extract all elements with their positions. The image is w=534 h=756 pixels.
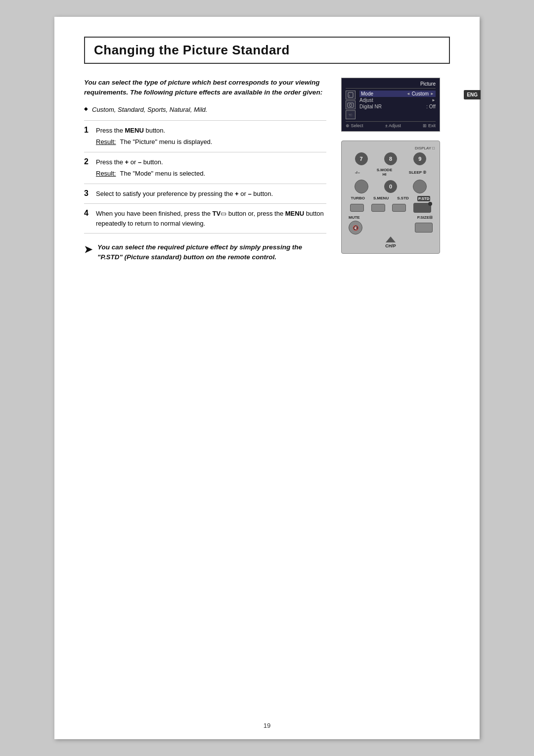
function-buttons-row: [347, 203, 435, 213]
osd-menu-row-mode: Mode ◄ Custom ►: [359, 91, 436, 97]
result-label: Result:: [96, 137, 116, 147]
left-circle-btn[interactable]: [355, 180, 368, 193]
camera-icon: [346, 100, 356, 109]
osd-menu-row-adjust: Adjust ►: [359, 97, 436, 103]
smode-label: S.MODEHI: [377, 168, 393, 177]
svg-text:☜: ☜: [348, 112, 353, 118]
page: ENG Changing the Picture Standard You ca…: [54, 17, 480, 739]
turbo-label: TURBO: [351, 196, 365, 201]
page-number: 19: [264, 722, 270, 729]
button-9[interactable]: 9: [413, 152, 426, 165]
number-labels-row: -/-- S.MODEHI SLEEP ②: [347, 168, 435, 177]
svg-point-3: [350, 104, 352, 106]
svg-rect-2: [348, 103, 354, 107]
right-column: Picture ♪: [341, 78, 450, 263]
note-box: ➤ You can select the required picture ef…: [84, 242, 326, 263]
turbo-btn[interactable]: [350, 204, 364, 212]
bullet-text: Custom, Standard, Sports, Natural, Mild.: [92, 106, 207, 113]
pstd-label: P.STD: [417, 196, 431, 201]
pstd-btn[interactable]: [413, 203, 431, 213]
note-arrow-icon: ➤: [84, 243, 92, 255]
display-label: DISPLAY □: [415, 146, 435, 150]
mute-buttons-row: 🔇: [347, 221, 435, 235]
hand-icon: ☜: [346, 110, 356, 119]
remote-top: DISPLAY □: [347, 146, 435, 150]
osd-menu-row-digital-nr: Digital NR : Off: [359, 103, 436, 110]
step-number: 4: [84, 204, 96, 234]
function-labels-row: TURBO S.MENU S.STD P.STD: [347, 196, 435, 201]
ch-p-up-icon: [386, 236, 396, 242]
step-content: Press the MENU button. Result: The "Pict…: [96, 120, 326, 152]
table-row: 2 Press the + or – button. Result: The "…: [84, 152, 326, 184]
mute-btn[interactable]: 🔇: [349, 221, 362, 235]
button-7[interactable]: 7: [355, 152, 368, 165]
mute-row: MUTE P.SIZE⊟: [347, 215, 435, 220]
mute-label: MUTE: [349, 215, 360, 220]
music-icon: ♪: [346, 91, 356, 99]
note-text: You can select the required picture effe…: [97, 242, 326, 263]
sstd-btn[interactable]: [392, 204, 406, 212]
step-content: Select to satisfy your preference by pre…: [96, 184, 326, 204]
intro-text: You can select the type of picture which…: [84, 78, 326, 98]
sstd-label: S.STD: [397, 196, 409, 201]
bullet-item: Custom, Standard, Sports, Natural, Mild.: [84, 106, 326, 113]
result-text: The "Mode" menu is selected.: [120, 169, 205, 179]
osd-bottom-bar: ⊕ Select ± Adjust ⊞ Exit: [346, 121, 436, 128]
psize-label: P.SIZE⊟: [417, 215, 433, 220]
steps-table: 1 Press the MENU button. Result: The "Pi…: [84, 120, 326, 234]
table-row: 3 Select to satisfy your preference by p…: [84, 184, 326, 204]
result-text: The "Picture" menu is displayed.: [120, 137, 212, 147]
number-buttons-row: 7 8 9: [347, 152, 435, 165]
osd-icons: ♪ ☜: [346, 91, 356, 119]
ch-p-section: CH/P: [347, 236, 435, 248]
page-title: Changing the Picture Standard: [94, 43, 440, 58]
step-number: 3: [84, 184, 96, 204]
step-number: 2: [84, 152, 96, 184]
button-0[interactable]: 0: [384, 180, 397, 193]
osd-select-label: ⊕ Select: [346, 123, 363, 128]
left-column: You can select the type of picture which…: [84, 78, 326, 263]
dash-label: -/--: [355, 170, 360, 175]
smenu-btn[interactable]: [371, 204, 385, 212]
title-box: Changing the Picture Standard: [84, 37, 450, 64]
osd-menu-items: Mode ◄ Custom ► Adjust ►: [359, 91, 436, 119]
eng-badge: ENG: [464, 90, 481, 99]
svg-text:♪: ♪: [349, 94, 351, 97]
osd-exit-label: ⊞ Exit: [423, 123, 436, 128]
remote-control: DISPLAY □ 7 8 9 -/-- S.MODEHI SLEEP ②: [341, 141, 440, 254]
osd-adjust-label: ± Adjust: [385, 123, 401, 128]
circle-buttons-row: 0: [347, 180, 435, 193]
result-label: Result:: [96, 169, 116, 179]
smenu-label: S.MENU: [373, 196, 389, 201]
sleep-label: SLEEP ②: [409, 170, 426, 175]
ch-p-label: CH/P: [385, 243, 396, 248]
button-8[interactable]: 8: [384, 152, 397, 165]
right-circle-btn[interactable]: [413, 180, 427, 193]
osd-screen: Picture ♪: [341, 78, 440, 132]
step-content: Press the + or – button. Result: The "Mo…: [96, 152, 326, 184]
psize-btn[interactable]: [415, 223, 433, 233]
osd-title-bar: Picture: [346, 81, 436, 89]
step-content: When you have been finished, press the T…: [96, 204, 326, 234]
table-row: 4 When you have been finished, press the…: [84, 204, 326, 234]
step-number: 1: [84, 120, 96, 152]
table-row: 1 Press the MENU button. Result: The "Pi…: [84, 120, 326, 152]
